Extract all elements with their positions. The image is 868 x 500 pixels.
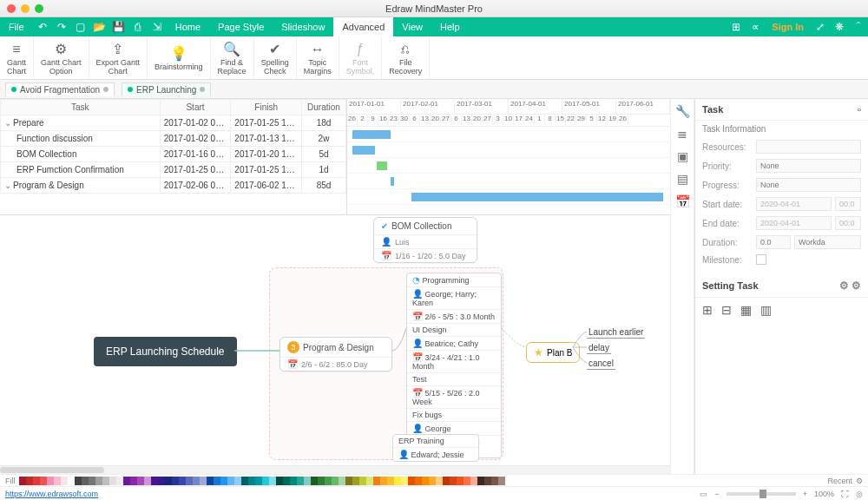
color-swatch[interactable] (339, 477, 345, 485)
col-start[interactable]: Start (160, 100, 231, 115)
color-swatch[interactable] (26, 477, 33, 485)
menu-slideshow[interactable]: Slideshow (273, 17, 333, 36)
settings-icon[interactable]: ⚙ ⚙ (839, 280, 861, 292)
color-swatch[interactable] (75, 477, 82, 485)
ribbon-file-recovery[interactable]: ⎌File Recovery (382, 36, 430, 79)
color-swatch[interactable] (290, 477, 297, 485)
color-swatch[interactable] (207, 477, 214, 485)
ribbon-brainstorming[interactable]: 💡Brainstorming (148, 36, 211, 79)
node-stack[interactable]: ◔ Programming 👤 George; Harry; Karen 📅 2… (406, 273, 502, 458)
scrollbar-thumb[interactable] (0, 467, 104, 473)
color-swatch[interactable] (332, 477, 339, 485)
end-time-field[interactable]: 00:0 (835, 216, 861, 230)
end-date-field[interactable]: 2020-04-01 (756, 216, 832, 230)
color-swatch[interactable] (95, 477, 102, 485)
color-swatch[interactable] (193, 477, 200, 485)
table-row[interactable]: Function discussion2017-01-02 0…2017-01-… (1, 131, 346, 147)
mindmap-root[interactable]: ERP Launching Schedule (94, 337, 237, 366)
color-swatch[interactable] (151, 477, 158, 485)
color-swatch[interactable] (54, 477, 61, 485)
color-swatch[interactable] (380, 477, 387, 485)
color-swatch[interactable] (366, 477, 373, 485)
menu-view[interactable]: View (393, 17, 431, 36)
list-view-icon[interactable]: ▥ (760, 303, 772, 317)
minimize-ribbon-icon[interactable]: ˆ (849, 17, 868, 36)
color-swatch[interactable] (422, 477, 429, 485)
color-swatch[interactable] (269, 477, 276, 485)
website-link[interactable]: https://www.edrawsoft.com (5, 490, 98, 498)
color-swatch[interactable] (33, 477, 40, 485)
col-finish[interactable]: Finish (231, 100, 302, 115)
color-swatch[interactable] (220, 477, 227, 485)
color-swatch[interactable] (255, 477, 262, 485)
gantt-grid[interactable]: Task Start Finish Duration ⌄Prepare2017-… (0, 99, 347, 214)
color-swatch[interactable] (311, 477, 318, 485)
color-swatch[interactable] (491, 477, 498, 485)
node-program-design[interactable]: 3Program & Design 📅2/6 - 6/2 : 85.0 Day (279, 337, 392, 372)
color-swatch[interactable] (47, 477, 54, 485)
zoom-in-icon[interactable]: + (803, 490, 807, 498)
color-swatch[interactable] (283, 477, 290, 485)
color-swatch[interactable] (116, 477, 123, 485)
color-swatch[interactable] (387, 477, 394, 485)
milestone-checkbox[interactable] (756, 254, 766, 265)
color-swatch[interactable] (130, 477, 137, 485)
color-swatch[interactable] (89, 477, 95, 485)
color-swatch[interactable] (359, 477, 366, 485)
start-date-field[interactable]: 2020-04-01 (756, 197, 832, 211)
color-swatch[interactable] (429, 477, 436, 485)
color-swatch[interactable] (318, 477, 325, 485)
start-time-field[interactable]: 00:0 (835, 197, 861, 211)
panel-menu-icon[interactable]: ▫ (858, 104, 861, 115)
tool-calendar-icon[interactable]: 📅 (675, 194, 690, 208)
gantt-bar[interactable] (352, 130, 391, 139)
color-swatch[interactable] (443, 477, 450, 485)
color-swatch[interactable] (19, 477, 26, 485)
tab-erp-launching[interactable]: ERP Launching (122, 82, 211, 96)
color-swatch[interactable] (325, 477, 332, 485)
tab-avoid-fragmentation[interactable]: Avoid Fragmentation (5, 82, 115, 96)
recent-color-icon[interactable]: ⚙ (856, 477, 863, 485)
color-swatch[interactable] (200, 477, 207, 485)
menu-help[interactable]: Help (431, 17, 469, 36)
expand-icon[interactable]: ⌄ (4, 118, 13, 128)
tool-wrench-icon[interactable]: 🔧 (675, 104, 690, 118)
color-swatch[interactable] (137, 477, 144, 485)
add-icon[interactable]: ⊞ (727, 17, 746, 36)
table-row[interactable]: ⌄Program & Design2017-02-06 0…2017-06-02… (1, 178, 346, 194)
color-swatch[interactable] (304, 477, 311, 485)
color-swatch[interactable] (345, 477, 352, 485)
color-swatch[interactable] (470, 477, 477, 485)
color-swatch[interactable] (102, 477, 109, 485)
node-plan-b[interactable]: ★Plan B (526, 342, 580, 363)
open-icon[interactable]: 📂 (90, 17, 109, 36)
gantt-bar[interactable] (352, 146, 375, 155)
color-swatch[interactable] (373, 477, 380, 485)
color-swatch[interactable] (262, 477, 269, 485)
color-swatch[interactable] (408, 477, 415, 485)
share-icon[interactable]: ∝ (746, 17, 765, 36)
grid-view-icon[interactable]: ▦ (740, 303, 752, 317)
color-swatch[interactable] (158, 477, 165, 485)
expand-icon[interactable]: ⤢ (811, 17, 830, 36)
color-swatch[interactable] (109, 477, 116, 485)
signin-link[interactable]: Sign In (765, 17, 811, 36)
color-swatch[interactable] (248, 477, 255, 485)
undo-icon[interactable]: ↶ (33, 17, 52, 36)
tool-list-icon[interactable]: ≣ (677, 127, 687, 141)
color-swatch[interactable] (165, 477, 172, 485)
ribbon-export-gantt[interactable]: ⇪Export Gantt Chart (89, 36, 148, 79)
fullscreen-icon[interactable]: ⛶ (841, 490, 849, 498)
duration-unit-select[interactable]: Workda (794, 235, 861, 249)
color-swatch[interactable] (214, 477, 220, 485)
color-swatch[interactable] (477, 477, 484, 485)
color-swatch[interactable] (241, 477, 248, 485)
save-icon[interactable]: 💾 (109, 17, 128, 36)
zoom-slider[interactable] (727, 492, 796, 496)
export-icon[interactable]: ⇲ (148, 17, 167, 36)
horizontal-scrollbar[interactable] (0, 465, 670, 474)
color-swatch[interactable] (172, 477, 179, 485)
ribbon-find-replace[interactable]: 🔍Find & Replace (211, 36, 254, 79)
color-swatch[interactable] (484, 477, 491, 485)
gantt-bar[interactable] (377, 161, 387, 170)
